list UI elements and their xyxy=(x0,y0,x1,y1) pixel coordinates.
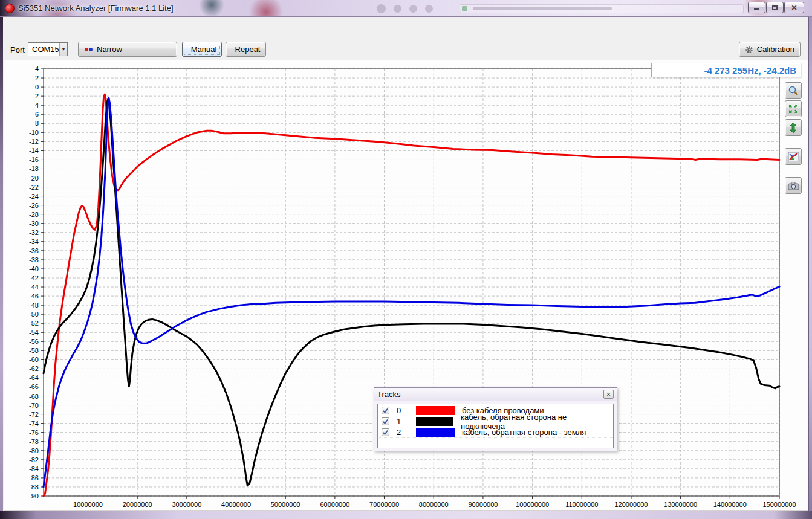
maximize-button[interactable] xyxy=(766,2,784,13)
window-border-bottom xyxy=(0,511,812,519)
svg-text:-66: -66 xyxy=(29,383,39,390)
svg-text:-10: -10 xyxy=(29,129,39,136)
port-value: COM15 xyxy=(32,45,59,54)
svg-text:-74: -74 xyxy=(29,420,39,427)
svg-text:2: 2 xyxy=(35,74,39,82)
svg-text:-22: -22 xyxy=(29,184,39,191)
close-window-button[interactable]: ✕ xyxy=(784,2,804,13)
svg-text:150000000: 150000000 xyxy=(762,501,796,508)
svg-text:-2: -2 xyxy=(33,92,39,100)
svg-text:-86: -86 xyxy=(29,474,39,482)
repeat-toggle[interactable]: Repeat xyxy=(226,42,266,57)
fit-view-button[interactable] xyxy=(785,100,802,117)
chart-panel: 420-2-4-6-8-10-12-14-16-18-20-22-24-26-2… xyxy=(4,60,808,511)
chevron-down-icon[interactable]: ▼ xyxy=(59,43,67,56)
title-bar: Si5351 Network Analyzer [Firmware 1.1 Li… xyxy=(0,0,812,17)
svg-text:-82: -82 xyxy=(29,456,39,463)
track-color-swatch[interactable] xyxy=(416,417,454,426)
svg-text:-4: -4 xyxy=(33,102,39,109)
svg-text:-18: -18 xyxy=(29,165,39,172)
svg-text:-46: -46 xyxy=(29,292,39,300)
manual-label: Manual xyxy=(191,45,217,54)
svg-text:-12: -12 xyxy=(29,138,39,145)
ghost-home-icon xyxy=(425,5,433,13)
svg-text:70000000: 70000000 xyxy=(369,501,399,508)
magnifier-icon xyxy=(788,86,798,95)
minimize-icon xyxy=(754,8,759,10)
svg-text:10000000: 10000000 xyxy=(73,501,103,508)
tracks-panel: Tracks ✕ 0 без кабеля проводами 1 кабель… xyxy=(374,387,617,451)
narrow-button[interactable]: Narrow xyxy=(78,42,177,57)
svg-text:-78: -78 xyxy=(29,438,39,445)
svg-text:-34: -34 xyxy=(29,238,39,245)
svg-text:110000000: 110000000 xyxy=(565,501,598,508)
svg-text:-54: -54 xyxy=(29,329,39,336)
svg-text:-70: -70 xyxy=(29,402,39,409)
track-checkbox[interactable] xyxy=(382,407,389,414)
window-border-right xyxy=(808,17,812,511)
svg-text:-80: -80 xyxy=(29,447,39,454)
client-area: Port COM15 ▼ Narrow Manual Repeat Calibr… xyxy=(3,17,808,511)
screenshot-button[interactable] xyxy=(785,177,802,194)
track-index: 0 xyxy=(397,406,409,415)
tracks-title-bar[interactable]: Tracks ✕ xyxy=(374,388,617,401)
cursor-readout: -4 273 255Hz, -24.2dB xyxy=(651,63,801,77)
minimize-button[interactable] xyxy=(748,2,765,13)
svg-text:30000000: 30000000 xyxy=(172,501,201,508)
svg-text:4: 4 xyxy=(35,65,39,73)
zoom-tool-button[interactable] xyxy=(785,82,802,99)
svg-text:-24: -24 xyxy=(29,193,39,200)
cursor-readout-text: -4 273 255Hz, -24.2dB xyxy=(704,65,796,76)
svg-text:20000000: 20000000 xyxy=(123,501,152,508)
svg-text:50000000: 50000000 xyxy=(271,501,300,508)
svg-text:-64: -64 xyxy=(29,374,39,381)
svg-text:-16: -16 xyxy=(29,156,39,163)
narrow-label: Narrow xyxy=(97,45,122,54)
svg-text:-6: -6 xyxy=(33,111,39,118)
maximize-icon xyxy=(772,5,778,10)
track-color-swatch[interactable] xyxy=(416,428,455,437)
track-index: 1 xyxy=(397,417,409,426)
svg-text:-50: -50 xyxy=(29,311,39,318)
manual-toggle[interactable]: Manual xyxy=(182,42,222,57)
track-row: 2 кабель, обратная сторона - земля xyxy=(378,427,613,438)
svg-text:-76: -76 xyxy=(29,429,39,436)
check-icon xyxy=(382,418,389,425)
graph-image-icon xyxy=(788,152,799,161)
tracks-list: 0 без кабеля проводами 1 кабель, обратна… xyxy=(377,404,614,448)
port-combobox[interactable]: COM15 ▼ xyxy=(28,42,68,56)
ghost-back-icon xyxy=(377,4,386,13)
svg-text:140000000: 140000000 xyxy=(713,501,747,508)
graph-image-button[interactable] xyxy=(785,148,802,165)
svg-text:130000000: 130000000 xyxy=(664,501,697,508)
svg-text:-62: -62 xyxy=(29,365,39,372)
svg-text:-40: -40 xyxy=(29,265,39,272)
svg-text:-84: -84 xyxy=(29,465,39,472)
tracks-close-button[interactable]: ✕ xyxy=(603,390,614,399)
port-label: Port xyxy=(10,45,25,54)
svg-text:0: 0 xyxy=(35,83,39,91)
svg-text:-56: -56 xyxy=(29,338,39,345)
svg-text:-14: -14 xyxy=(29,147,39,154)
svg-text:-90: -90 xyxy=(29,492,39,500)
ghost-favicon xyxy=(462,6,467,11)
svg-text:-8: -8 xyxy=(33,120,39,127)
svg-text:-36: -36 xyxy=(29,247,39,254)
svg-text:-42: -42 xyxy=(29,274,39,282)
calibration-button[interactable]: Calibration xyxy=(739,42,801,57)
svg-text:120000000: 120000000 xyxy=(614,501,648,508)
fit-vertical-button[interactable] xyxy=(785,119,802,136)
svg-text:-28: -28 xyxy=(29,211,39,218)
expand-arrows-icon xyxy=(788,104,798,114)
camera-icon xyxy=(788,182,799,190)
svg-text:90000000: 90000000 xyxy=(468,501,498,508)
track-checkbox[interactable] xyxy=(382,417,389,425)
track-checkbox[interactable] xyxy=(382,428,389,436)
svg-text:-44: -44 xyxy=(29,283,39,291)
track-color-swatch[interactable] xyxy=(416,406,455,415)
svg-text:-20: -20 xyxy=(29,175,39,182)
track-label: кабель, обратная сторона - земля xyxy=(462,428,586,437)
svg-text:80000000: 80000000 xyxy=(419,501,449,508)
svg-text:-26: -26 xyxy=(29,202,39,209)
repeat-label: Repeat xyxy=(235,45,261,54)
